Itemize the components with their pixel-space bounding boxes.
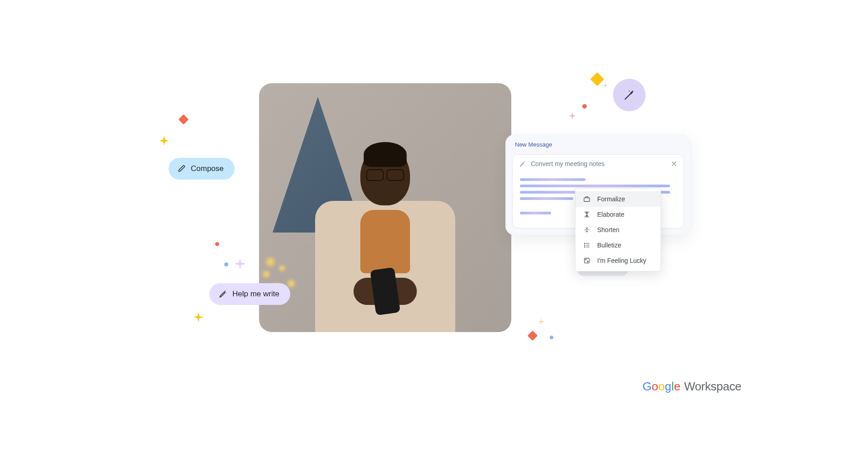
svg-point-5 [585, 259, 586, 260]
ai-prompt-text: Convert my meeting notes [531, 160, 671, 167]
help-me-write-pill[interactable]: Help me write [209, 283, 290, 305]
magic-wand-icon [519, 160, 526, 167]
diamond-shape [528, 331, 538, 341]
dot-shape [582, 104, 587, 109]
compose-label: Compose [191, 164, 224, 173]
sparkle-icon [602, 82, 609, 89]
refine-item-lucky[interactable]: I'm Feeling Lucky [576, 253, 660, 268]
expand-icon [583, 210, 591, 218]
sparkle-icon [569, 112, 576, 119]
refine-item-formalize[interactable]: Formalize [576, 191, 660, 207]
refine-item-label: Formalize [597, 195, 625, 203]
refine-item-label: Bulletize [597, 242, 621, 249]
refine-item-bulletize[interactable]: Bulletize [576, 238, 660, 253]
refine-item-shorten[interactable]: Shorten [576, 222, 660, 238]
refine-item-label: Elaborate [597, 211, 624, 218]
svg-point-1 [585, 243, 585, 243]
help-me-write-label: Help me write [232, 290, 279, 299]
list-icon [583, 241, 591, 249]
svg-point-6 [587, 261, 588, 262]
svg-point-2 [585, 245, 585, 245]
refine-menu: Formalize Elaborate Shorten Bulletize I'… [575, 188, 661, 271]
sparkle-icon [538, 318, 544, 325]
new-message-title: New Message [506, 135, 690, 152]
svg-rect-4 [585, 258, 590, 263]
refine-item-elaborate[interactable]: Elaborate [576, 207, 660, 222]
collapse-icon [583, 226, 591, 234]
magic-pencil-icon [218, 290, 227, 299]
magic-wand-badge [613, 79, 646, 111]
google-workspace-logo: Google Workspace [642, 380, 741, 394]
sparkle-icon [159, 136, 169, 146]
dice-icon [583, 256, 591, 265]
dot-shape [215, 242, 219, 246]
briefcase-icon [583, 195, 591, 203]
hero-photo [259, 83, 511, 332]
compose-pill[interactable]: Compose [169, 158, 235, 180]
pencil-icon [178, 165, 186, 173]
sparkle-icon [234, 258, 246, 270]
refine-item-label: I'm Feeling Lucky [597, 257, 646, 264]
ai-prompt-input[interactable]: Convert my meeting notes [513, 155, 684, 173]
sparkle-icon [193, 312, 203, 322]
dot-shape [224, 262, 228, 266]
close-icon[interactable] [671, 161, 677, 167]
refine-item-label: Shorten [597, 226, 619, 233]
dot-shape [550, 336, 553, 339]
svg-point-3 [585, 247, 585, 247]
diamond-shape [179, 114, 189, 125]
svg-rect-0 [584, 198, 590, 201]
